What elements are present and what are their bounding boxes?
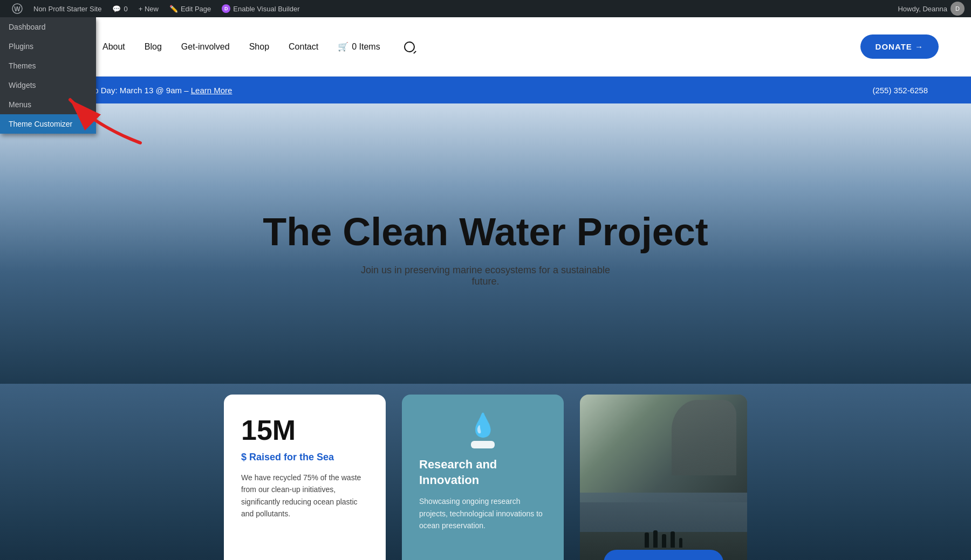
hero-section: The Clean Water Project Join us in prese… [0,103,971,384]
header-right: DONATE → [860,34,939,59]
notification-icon: 💬 [112,5,121,13]
research-card-title: Research and Innovation [419,457,546,488]
notifications-button[interactable]: 💬 0 [107,0,133,17]
dashboard-menu-item[interactable]: Dashboard [0,17,96,37]
nav-contact[interactable]: Contact [289,42,318,52]
visual-builder-label: Enable Visual Builder [233,5,299,13]
hero-title: The Clean Water Project [263,211,708,253]
new-button[interactable]: + New [133,0,164,17]
stat-card: 15M $ Raised for the Sea We have recycle… [224,395,386,560]
new-label: + New [139,5,159,13]
site-header: D About Blog Get-involved Shop Contact 🛒… [0,17,971,77]
nav-get-involved[interactable]: Get-involved [181,42,230,52]
site-navigation: About Blog Get-involved Shop Contact 🛒 0… [102,42,860,52]
themes-menu-item[interactable]: Themes [0,56,96,75]
visual-builder-button[interactable]: D Enable Visual Builder [216,0,305,17]
divi-icon: D [222,4,230,13]
nav-shop[interactable]: Shop [249,42,269,52]
svg-text:W: W [14,5,20,13]
stat-number: 15M [241,414,368,446]
hero-subtitle: Join us in preserving marine ecosystems … [351,265,620,287]
cart-count: 0 Items [352,42,380,52]
cart-button[interactable]: 🛒 0 Items [338,42,380,52]
howdy-section: Howdy, Deanna D [898,2,965,16]
edit-page-label: Edit Page [181,5,211,13]
nav-about[interactable]: About [102,42,125,52]
user-avatar: D [951,2,965,16]
search-button[interactable] [404,42,415,52]
nav-blog[interactable]: Blog [145,42,162,52]
edit-page-button[interactable]: ✏️ Edit Page [164,0,216,17]
widgets-menu-item[interactable]: Widgets [0,75,96,95]
site-name-button[interactable]: Non Profit Starter Site [28,0,107,17]
wp-logo-button[interactable]: W [6,0,28,17]
plugins-menu-item[interactable]: Plugins [0,37,96,56]
research-card-text: Showcasing ongoing research projects, te… [419,495,546,531]
notification-count: 0 [124,5,127,13]
announcement-phone: (255) 352-6258 [872,86,928,95]
make-donation-button[interactable]: MAKE A DONATION → [604,550,724,560]
learn-more-link[interactable]: Learn More [191,86,233,95]
water-icon: 💧 [419,414,546,448]
card-photo-background [580,395,747,560]
cart-icon: 🛒 [338,42,348,52]
announcement-bar: Beach Cleanup Day: March 13 @ 9am – Lear… [0,77,971,103]
photo-card: MAKE A DONATION → [580,395,747,560]
stat-subtitle: $ Raised for the Sea [241,452,368,463]
admin-bar-left: W Non Profit Starter Site 💬 0 + New ✏️ E… [6,0,305,17]
stat-text: We have recycled 75% of the waste from o… [241,472,368,520]
menus-menu-item[interactable]: Menus [0,95,96,114]
donate-label: DONATE → [876,42,924,51]
site-name-label: Non Profit Starter Site [33,5,101,13]
howdy-text: Howdy, Deanna [898,5,947,13]
donate-button[interactable]: DONATE → [860,34,939,59]
theme-customizer-menu-item[interactable]: Theme Customizer [0,114,96,134]
admin-bar-right: Howdy, Deanna D [898,2,965,16]
research-card: 💧 Research and Innovation Showcasing ong… [402,395,564,560]
admin-bar: W Non Profit Starter Site 💬 0 + New ✏️ E… [0,0,971,17]
pencil-icon: ✏️ [169,5,178,13]
themes-dropdown-menu: Dashboard Plugins Themes Widgets Menus T… [0,17,96,134]
cards-section: 15M $ Raised for the Sea We have recycle… [0,384,971,560]
